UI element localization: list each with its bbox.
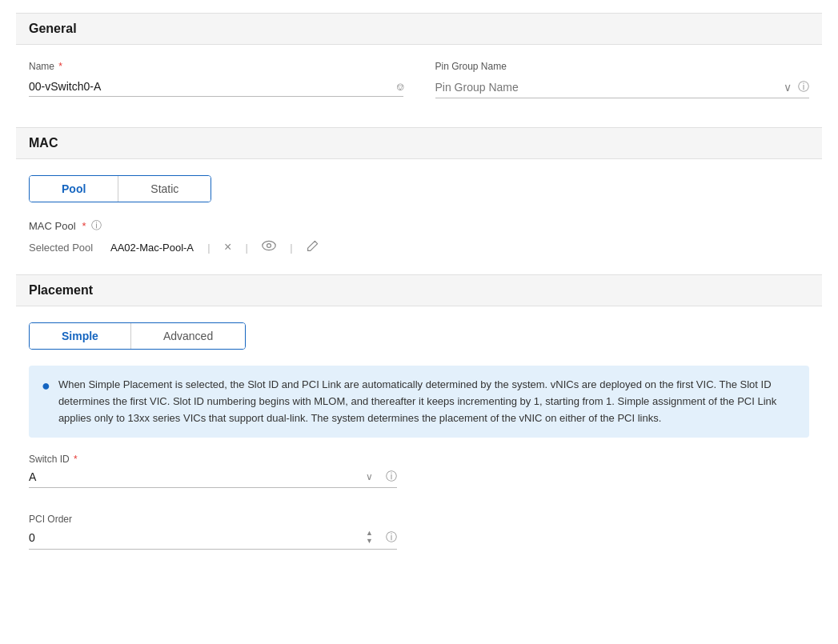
mac-pool-toggle-btn[interactable]: Pool [30,176,118,202]
name-input[interactable] [29,80,391,93]
mac-section-body: Pool Static MAC Pool * ⓘ Selected Pool A… [16,159,822,274]
pci-order-input[interactable] [29,531,366,544]
general-field-row: Name * ⎊ Pin Group Name ∨ ⓘ [29,61,809,98]
switch-id-section: Switch ID * A ∨ ⓘ [29,454,809,488]
svg-point-1 [267,244,271,248]
switch-id-wrapper: A ∨ ⓘ [29,466,397,488]
pci-order-wrapper: ▲ ▼ ⓘ [29,526,397,550]
placement-info-text: When Simple Placement is selected, the S… [58,377,796,426]
pool-eye-icon[interactable] [262,240,276,254]
pci-order-spacer [29,501,809,514]
switch-id-chevron-icon[interactable]: ∨ [366,471,373,482]
pin-group-input-wrapper: ∨ ⓘ [435,77,810,98]
info-bullet-icon: ● [42,378,50,394]
placement-info-box: ● When Simple Placement is selected, the… [29,366,809,438]
mac-toggle-group: Pool Static [29,175,211,202]
general-section-body: Name * ⎊ Pin Group Name ∨ ⓘ [16,45,822,127]
placement-title: Placement [29,283,93,297]
pool-edit-icon[interactable] [307,239,319,255]
mac-section-header: MAC [16,127,822,159]
mac-static-toggle-btn[interactable]: Static [118,176,211,202]
pci-order-info-icon[interactable]: ⓘ [386,530,397,545]
placement-section-body: Simple Advanced ● When Simple Placement … [16,306,822,578]
switch-id-label: Switch ID * [29,454,809,465]
pin-group-info-icon[interactable]: ⓘ [798,80,809,94]
switch-id-info-icon[interactable]: ⓘ [386,470,397,484]
page-container: General Name * ⎊ Pin Group Name ∨ [0,0,838,591]
placement-advanced-toggle-btn[interactable]: Advanced [131,323,245,349]
placement-toggle-group: Simple Advanced [29,322,246,350]
name-label: Name * [29,61,403,72]
selected-pool-value: AA02-Mac-Pool-A [110,242,194,254]
pci-order-spinner-icon[interactable]: ▲ ▼ [366,530,373,546]
name-input-wrapper: ⎊ [29,77,403,97]
pin-group-chevron-icon[interactable]: ∨ [784,81,792,94]
pool-divider-2: | [239,242,254,254]
svg-point-0 [263,241,275,250]
name-clear-icon[interactable]: ⎊ [397,80,403,93]
pci-order-section: PCI Order ▲ ▼ ⓘ [29,514,809,550]
name-field-group: Name * ⎊ [29,61,403,98]
selected-pool-row: Selected Pool AA02-Mac-Pool-A | × | | [29,239,809,255]
pool-divider-3: | [284,242,299,254]
mac-pool-label: MAC Pool [29,220,76,232]
pci-order-label: PCI Order [29,514,809,525]
pool-divider-1: | [202,242,216,254]
mac-title: MAC [29,136,58,150]
switch-id-value: A [29,470,366,483]
mac-pool-required-star: * [82,220,86,232]
general-title: General [29,22,77,35]
switch-id-required-star: * [71,454,78,465]
general-section-header: General [16,13,822,45]
pool-clear-icon[interactable]: × [224,240,231,254]
pin-group-field-group: Pin Group Name ∨ ⓘ [435,61,810,98]
spinner-down-icon[interactable]: ▼ [366,538,373,546]
name-required-star: * [56,61,62,72]
placement-section-header: Placement [16,274,822,306]
mac-pool-label-row: MAC Pool * ⓘ [29,218,809,233]
selected-pool-label: Selected Pool [29,242,101,254]
mac-pool-info-icon[interactable]: ⓘ [91,218,102,233]
placement-simple-toggle-btn[interactable]: Simple [30,323,131,349]
pin-group-label: Pin Group Name [435,61,810,72]
pin-group-input[interactable] [435,81,778,94]
